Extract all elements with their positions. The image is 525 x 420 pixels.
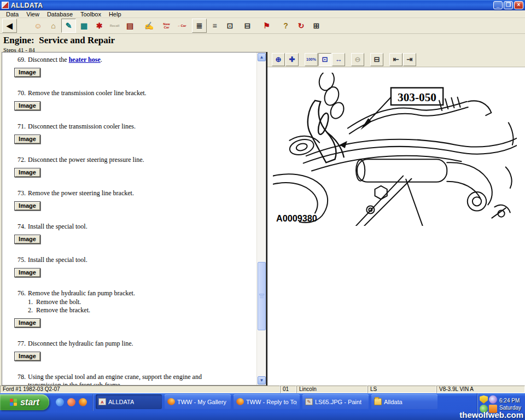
zoom-width-button[interactable]: ↔ [332, 53, 345, 66]
scroll-down-arrow[interactable]: ▼ [258, 376, 266, 384]
tool-callout: 303-050 [360, 88, 443, 130]
zoom-in-button[interactable]: ⊕ [272, 53, 285, 66]
start-button[interactable]: start [0, 394, 49, 410]
menu-data[interactable]: Data [2, 11, 22, 18]
back-button[interactable]: ◀ [2, 19, 17, 33]
notes-icon: ⚑ [263, 22, 270, 30]
quick-launch-browser-icon[interactable] [56, 398, 64, 406]
engine-diagram: 303-050 [267, 67, 525, 228]
image-button[interactable]: Image [14, 268, 40, 277]
image-button[interactable]: Image [14, 135, 40, 144]
shop-icon: ⌂ [51, 22, 55, 30]
pan-button[interactable]: ✚ [285, 53, 299, 66]
step-78: 78.Using the special tool and an engine … [18, 373, 255, 386]
recall-icon: Recall [109, 24, 121, 27]
zoom-width-icon: ↔ [335, 55, 342, 63]
taskbar-separator [92, 394, 94, 411]
next-image-button[interactable]: ⇥ [403, 53, 416, 66]
step-text-before: Disconnect the [28, 56, 69, 63]
images-button[interactable]: ⊡ [223, 19, 237, 33]
prev-image-button[interactable]: ⇤ [389, 53, 402, 66]
heater-hose-link[interactable]: heater hose [69, 56, 101, 63]
steps-list: 69. Disconnect the heater hose. Image 70… [2, 52, 266, 386]
step-text: Disconnect the transmission cooler lines… [28, 122, 136, 131]
step-text: Remove the power steering line bracket. [28, 189, 134, 197]
folder-icon [374, 398, 382, 405]
procedure-pane: 69. Disconnect the heater hose. Image 70… [2, 52, 266, 386]
image-button[interactable]: Image [14, 201, 40, 211]
print-setup-button[interactable]: ⊞ [309, 19, 324, 33]
community-button[interactable]: ☺ [31, 19, 45, 33]
print-button[interactable]: ⊟ [240, 19, 255, 33]
recall-button[interactable]: Recall [107, 19, 122, 33]
status-make: Lincoln [296, 386, 368, 393]
taskbar-item-folder[interactable]: Alldata [371, 394, 438, 409]
step-text: Install the special tool. [28, 256, 88, 264]
quick-launch-messenger-icon[interactable] [67, 398, 75, 406]
print-image-button[interactable]: ⊟ [370, 53, 383, 66]
used-car-button[interactable]: ←Car [174, 19, 189, 33]
image-button[interactable]: Image [14, 235, 40, 244]
menu-toolbox[interactable]: Toolbox [77, 11, 105, 18]
engine-lines [273, 97, 517, 226]
tool-label: 303-050 [398, 91, 436, 104]
zoom-out-button: ⊖ [351, 53, 364, 66]
image-button[interactable]: Image [14, 352, 40, 361]
step-number: 74. [18, 223, 28, 231]
text-view-button[interactable]: ≡ [207, 19, 222, 33]
image-button[interactable]: Image [14, 101, 40, 110]
print-setup-icon: ⊞ [313, 22, 320, 30]
security-shield-icon[interactable] [480, 395, 488, 404]
menu-database[interactable]: Database [43, 11, 77, 18]
image-button[interactable]: Image [14, 318, 40, 328]
restore-button[interactable]: ❐ [504, 1, 513, 9]
document-header: Engine: Service and Repair Steps 41 - 84 [0, 34, 525, 52]
history-button[interactable]: ↻ [294, 19, 308, 33]
zoom-100-icon: 100% [306, 57, 316, 61]
image-button[interactable]: Image [14, 68, 40, 77]
substeps: 1. Remove the bolt. 2. Remove the bracke… [18, 298, 255, 314]
menu-view[interactable]: View [22, 11, 43, 18]
step-69: 69. Disconnect the heater hose. Image [18, 56, 255, 77]
shop-button[interactable]: ⌂ [46, 19, 61, 33]
taskbar-item-alldata[interactable]: A ALLDATA [96, 394, 162, 409]
tsb-button[interactable]: ▦ [77, 19, 91, 33]
estimator-button[interactable]: ✍ [142, 19, 156, 33]
taskbar-item-paint[interactable]: ✎ LS65.JPG - Paint [302, 394, 369, 409]
vehicle-list-button[interactable]: ≣ [192, 19, 207, 33]
windows-flag-icon [10, 399, 18, 406]
step-number: 70. [18, 89, 28, 97]
minimize-button[interactable]: _ [493, 1, 503, 9]
step-text: Remove the transmission cooler line brac… [28, 89, 147, 97]
quick-launch [49, 398, 92, 416]
maintenance-button[interactable]: ✱ [92, 19, 107, 33]
step-number: 69. [18, 56, 28, 64]
taskbar-item-gallery[interactable]: TWW - My Gallery - M... [165, 394, 231, 409]
repair-button[interactable]: ✎ [61, 19, 76, 33]
window-title: ALLDATA [11, 2, 43, 9]
firefox-icon [167, 398, 175, 405]
zoom-fit-button[interactable]: ⊡ [318, 53, 331, 66]
menu-help[interactable]: Help [105, 11, 125, 18]
step-text: Using the special tool and an engine cra… [28, 373, 218, 386]
help-button[interactable]: ? [278, 19, 293, 33]
zoom-fit-icon: ⊡ [322, 55, 328, 63]
scroll-up-arrow[interactable]: ▲ [258, 53, 266, 61]
messenger-tray-icon[interactable] [489, 395, 497, 404]
scroll-thumb[interactable] [258, 262, 266, 330]
notes-button[interactable]: ⚑ [259, 19, 274, 33]
step-number: 72. [18, 156, 28, 164]
vertical-scrollbar[interactable]: ▲ ▼ [256, 52, 266, 385]
zoom-100-button[interactable]: 100% [305, 53, 318, 66]
image-button[interactable]: Image [14, 168, 40, 177]
taskbar-item-label: TWW - Reply to Topic... [246, 399, 297, 405]
quick-launch-firefox-icon[interactable] [79, 398, 87, 406]
clock-time: 6:24 PM [499, 398, 520, 404]
history-icon: ↻ [298, 22, 305, 30]
images-icon: ⊡ [227, 22, 234, 30]
library-button[interactable]: ▤ [122, 19, 137, 33]
firefox-icon [236, 398, 244, 405]
close-button[interactable]: × [514, 1, 523, 9]
taskbar-item-reply[interactable]: TWW - Reply to Topic... [234, 394, 300, 409]
new-car-button[interactable]: New Car [159, 19, 174, 33]
